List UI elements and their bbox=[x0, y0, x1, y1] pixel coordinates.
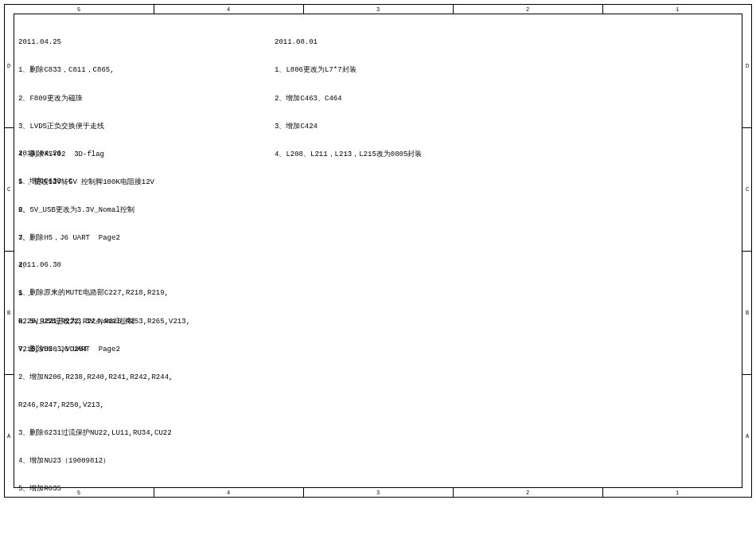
ruler-col-2-bot: 2 bbox=[520, 490, 536, 496]
ruler-col-1-top: 1 bbox=[669, 6, 685, 13]
ruler-row-a-left: A bbox=[4, 433, 14, 441]
revision-block-4: 2011.08.01 1、L806更改为L7*7封装 2、增加C463、C464… bbox=[275, 20, 422, 178]
rev3-item: 5、增加R035 bbox=[18, 485, 190, 494]
rev3-date: 2011.06.30 bbox=[18, 261, 190, 271]
rev2-date: 2011.04.26 bbox=[18, 150, 134, 159]
rev2-item: 3、 bbox=[18, 234, 134, 244]
ruler-col-5-top: 5 bbox=[71, 6, 87, 13]
ruler-col-4-top: 4 bbox=[220, 6, 236, 13]
ruler-row-c-right: C bbox=[742, 186, 752, 194]
ruler-col-2-top: 2 bbox=[520, 6, 536, 13]
revision-block-3: 2011.06.30 1、删除原来的MUTE电路部C227,R218,R219,… bbox=[18, 243, 190, 513]
rev4-item: 3、增加C424 bbox=[275, 123, 422, 132]
ruler-col-4-bot: 4 bbox=[220, 490, 236, 496]
ruler-row-b-left: B bbox=[4, 310, 14, 318]
rev1-item: 1、删除C833，C811，C865, bbox=[18, 66, 154, 76]
rev3-item: 2、增加N206,R238,R240,R241,R242,R244, bbox=[18, 373, 190, 383]
rev3-item: R220,R221,R222,R224,R226,R253,R265,V213, bbox=[18, 318, 190, 327]
ruler-row-d-right: D bbox=[742, 63, 752, 71]
rev3-item: R246,R247,R250,V213, bbox=[18, 401, 190, 411]
schematic-sheet: 5 4 3 2 1 5 4 3 2 1 D C B A D C B A 2011… bbox=[4, 4, 752, 498]
ruler-col-3-top: 3 bbox=[370, 6, 386, 13]
rev4-item: 4、L208、L211，L213，L215改为0805封装 bbox=[275, 150, 422, 160]
ruler-row-c-left: C bbox=[4, 186, 14, 194]
rev3-item: 4、增加NU23（19009812） bbox=[18, 457, 190, 467]
ruler-col-1-bot: 1 bbox=[669, 490, 685, 496]
ruler-row-d-left: D bbox=[4, 63, 14, 71]
rev1-date: 2011.04.25 bbox=[18, 38, 154, 48]
rev4-item: 2、增加C463、C464 bbox=[275, 95, 422, 104]
rev4-item: 1、L806更改为L7*7封装 bbox=[275, 66, 422, 76]
ruler-row-a-right: A bbox=[742, 433, 752, 441]
ruler-row-b-right: B bbox=[742, 310, 752, 318]
rev2-item: 2、 bbox=[18, 206, 134, 216]
rev3-item: 3、删除6231过流保护NU22,LU11,RU34,CU22 bbox=[18, 429, 190, 439]
rev1-item: 3、LVDS正负交换便于走线 bbox=[18, 123, 154, 132]
rev4-date: 2011.08.01 bbox=[275, 38, 422, 48]
rev3-item: 1、删除原来的MUTE电路部C227,R218,R219, bbox=[18, 289, 190, 299]
rev2-item: 1、增加C633，C bbox=[18, 178, 134, 187]
rev3-item: V215,VD203,VD204 bbox=[18, 346, 190, 355]
ruler-col-3-bot: 3 bbox=[370, 490, 386, 496]
rev1-item: 2、F809更改为磁珠 bbox=[18, 95, 154, 104]
